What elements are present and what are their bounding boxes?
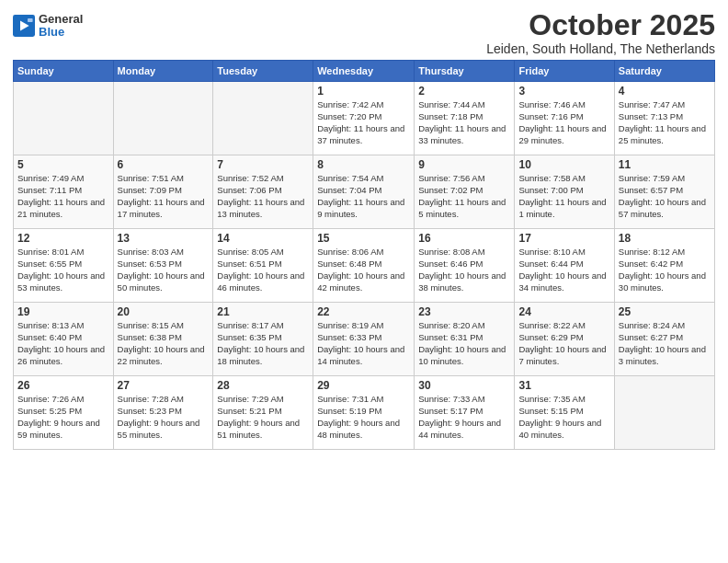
calendar-cell: 27Sunrise: 7:28 AM Sunset: 5:23 PM Dayli… xyxy=(113,376,213,450)
weekday-header-thursday: Thursday xyxy=(415,61,515,82)
calendar-cell: 7Sunrise: 7:52 AM Sunset: 7:06 PM Daylig… xyxy=(213,155,313,229)
day-number: 6 xyxy=(118,158,210,171)
day-info: Sunrise: 7:58 AM Sunset: 7:00 PM Dayligh… xyxy=(518,173,609,220)
calendar-cell: 23Sunrise: 8:20 AM Sunset: 6:31 PM Dayli… xyxy=(415,303,515,376)
calendar-cell xyxy=(614,376,714,450)
day-info: Sunrise: 8:12 AM Sunset: 6:42 PM Dayligh… xyxy=(619,247,711,293)
day-info: Sunrise: 8:10 AM Sunset: 6:44 PM Dayligh… xyxy=(518,247,609,293)
day-info: Sunrise: 8:05 AM Sunset: 6:51 PM Dayligh… xyxy=(217,247,309,293)
week-row-1: 1Sunrise: 7:42 AM Sunset: 7:20 PM Daylig… xyxy=(14,82,715,155)
day-number: 5 xyxy=(17,158,109,171)
weekday-header-sunday: Sunday xyxy=(14,61,114,82)
day-info: Sunrise: 7:42 AM Sunset: 7:20 PM Dayligh… xyxy=(317,99,410,146)
month-title: October 2025 xyxy=(486,9,715,41)
day-number: 18 xyxy=(619,232,711,245)
day-info: Sunrise: 7:31 AM Sunset: 5:19 PM Dayligh… xyxy=(317,394,410,441)
day-number: 7 xyxy=(217,158,309,171)
day-info: Sunrise: 8:17 AM Sunset: 6:35 PM Dayligh… xyxy=(217,320,309,367)
day-number: 20 xyxy=(118,305,210,318)
day-number: 2 xyxy=(418,85,510,98)
calendar-cell: 28Sunrise: 7:29 AM Sunset: 5:21 PM Dayli… xyxy=(213,376,313,450)
day-info: Sunrise: 8:08 AM Sunset: 6:46 PM Dayligh… xyxy=(418,247,510,293)
calendar-cell: 12Sunrise: 8:01 AM Sunset: 6:55 PM Dayli… xyxy=(14,229,114,303)
day-info: Sunrise: 7:56 AM Sunset: 7:02 PM Dayligh… xyxy=(418,173,510,220)
calendar-cell: 26Sunrise: 7:26 AM Sunset: 5:25 PM Dayli… xyxy=(14,376,114,450)
calendar-cell xyxy=(213,82,313,155)
day-number: 8 xyxy=(317,158,410,171)
header-row: General Blue October 2025 Leiden, South … xyxy=(13,9,715,56)
weekday-header-monday: Monday xyxy=(113,61,213,82)
day-number: 10 xyxy=(518,158,609,171)
calendar-cell: 5Sunrise: 7:49 AM Sunset: 7:11 PM Daylig… xyxy=(14,155,114,229)
day-info: Sunrise: 7:54 AM Sunset: 7:04 PM Dayligh… xyxy=(317,173,410,220)
day-info: Sunrise: 8:20 AM Sunset: 6:31 PM Dayligh… xyxy=(418,320,510,367)
day-info: Sunrise: 7:46 AM Sunset: 7:16 PM Dayligh… xyxy=(518,99,609,146)
logo-text: General Blue xyxy=(39,13,83,40)
logo-icon xyxy=(13,15,35,37)
calendar-cell: 6Sunrise: 7:51 AM Sunset: 7:09 PM Daylig… xyxy=(113,155,213,229)
calendar-cell: 20Sunrise: 8:15 AM Sunset: 6:38 PM Dayli… xyxy=(113,303,213,376)
day-info: Sunrise: 8:22 AM Sunset: 6:29 PM Dayligh… xyxy=(518,320,609,367)
calendar-cell: 24Sunrise: 8:22 AM Sunset: 6:29 PM Dayli… xyxy=(515,303,614,376)
logo-general: General xyxy=(39,13,83,26)
week-row-3: 12Sunrise: 8:01 AM Sunset: 6:55 PM Dayli… xyxy=(14,229,715,303)
day-number: 4 xyxy=(619,85,711,98)
day-number: 30 xyxy=(418,379,510,392)
calendar-cell: 19Sunrise: 8:13 AM Sunset: 6:40 PM Dayli… xyxy=(14,303,114,376)
calendar-table: SundayMondayTuesdayWednesdayThursdayFrid… xyxy=(13,60,715,450)
calendar-cell: 1Sunrise: 7:42 AM Sunset: 7:20 PM Daylig… xyxy=(313,82,415,155)
day-number: 19 xyxy=(17,305,109,318)
day-info: Sunrise: 8:15 AM Sunset: 6:38 PM Dayligh… xyxy=(118,320,210,367)
day-info: Sunrise: 7:35 AM Sunset: 5:15 PM Dayligh… xyxy=(518,394,609,441)
calendar-cell: 13Sunrise: 8:03 AM Sunset: 6:53 PM Dayli… xyxy=(113,229,213,303)
day-number: 31 xyxy=(518,379,609,392)
day-info: Sunrise: 8:13 AM Sunset: 6:40 PM Dayligh… xyxy=(17,320,109,367)
day-number: 12 xyxy=(17,232,109,245)
weekday-header-wednesday: Wednesday xyxy=(313,61,415,82)
day-info: Sunrise: 8:06 AM Sunset: 6:48 PM Dayligh… xyxy=(317,247,410,293)
week-row-5: 26Sunrise: 7:26 AM Sunset: 5:25 PM Dayli… xyxy=(14,376,715,450)
calendar-cell: 25Sunrise: 8:24 AM Sunset: 6:27 PM Dayli… xyxy=(614,303,714,376)
day-info: Sunrise: 7:33 AM Sunset: 5:17 PM Dayligh… xyxy=(418,394,510,441)
calendar-cell: 17Sunrise: 8:10 AM Sunset: 6:44 PM Dayli… xyxy=(515,229,614,303)
logo-blue: Blue xyxy=(39,26,83,39)
calendar-cell: 16Sunrise: 8:08 AM Sunset: 6:46 PM Dayli… xyxy=(415,229,515,303)
calendar-cell: 11Sunrise: 7:59 AM Sunset: 6:57 PM Dayli… xyxy=(614,155,714,229)
day-number: 29 xyxy=(317,379,410,392)
day-info: Sunrise: 7:47 AM Sunset: 7:13 PM Dayligh… xyxy=(619,99,711,146)
calendar-cell: 3Sunrise: 7:46 AM Sunset: 7:16 PM Daylig… xyxy=(515,82,614,155)
day-info: Sunrise: 7:52 AM Sunset: 7:06 PM Dayligh… xyxy=(217,173,309,220)
day-info: Sunrise: 7:44 AM Sunset: 7:18 PM Dayligh… xyxy=(418,99,510,146)
page-container: General Blue October 2025 Leiden, South … xyxy=(0,0,728,455)
day-number: 11 xyxy=(619,158,711,171)
week-row-4: 19Sunrise: 8:13 AM Sunset: 6:40 PM Dayli… xyxy=(14,303,715,376)
day-number: 1 xyxy=(317,85,410,98)
day-info: Sunrise: 8:01 AM Sunset: 6:55 PM Dayligh… xyxy=(17,247,109,293)
day-number: 24 xyxy=(518,305,609,318)
calendar-cell: 15Sunrise: 8:06 AM Sunset: 6:48 PM Dayli… xyxy=(313,229,415,303)
weekday-header-friday: Friday xyxy=(515,61,614,82)
day-info: Sunrise: 7:49 AM Sunset: 7:11 PM Dayligh… xyxy=(17,173,109,220)
day-info: Sunrise: 7:26 AM Sunset: 5:25 PM Dayligh… xyxy=(17,394,109,441)
calendar-cell: 9Sunrise: 7:56 AM Sunset: 7:02 PM Daylig… xyxy=(415,155,515,229)
location-subtitle: Leiden, South Holland, The Netherlands xyxy=(486,41,715,56)
calendar-cell xyxy=(14,82,114,155)
calendar-cell: 30Sunrise: 7:33 AM Sunset: 5:17 PM Dayli… xyxy=(415,376,515,450)
day-number: 9 xyxy=(418,158,510,171)
day-number: 16 xyxy=(418,232,510,245)
day-number: 25 xyxy=(619,305,711,318)
calendar-cell: 10Sunrise: 7:58 AM Sunset: 7:00 PM Dayli… xyxy=(515,155,614,229)
day-number: 3 xyxy=(518,85,609,98)
weekday-header-row: SundayMondayTuesdayWednesdayThursdayFrid… xyxy=(14,61,715,82)
calendar-cell: 8Sunrise: 7:54 AM Sunset: 7:04 PM Daylig… xyxy=(313,155,415,229)
title-block: October 2025 Leiden, South Holland, The … xyxy=(486,9,715,56)
day-info: Sunrise: 8:24 AM Sunset: 6:27 PM Dayligh… xyxy=(619,320,711,367)
day-number: 15 xyxy=(317,232,410,245)
day-info: Sunrise: 7:59 AM Sunset: 6:57 PM Dayligh… xyxy=(619,173,711,220)
day-number: 28 xyxy=(217,379,309,392)
calendar-cell: 21Sunrise: 8:17 AM Sunset: 6:35 PM Dayli… xyxy=(213,303,313,376)
calendar-cell: 31Sunrise: 7:35 AM Sunset: 5:15 PM Dayli… xyxy=(515,376,614,450)
calendar-cell: 29Sunrise: 7:31 AM Sunset: 5:19 PM Dayli… xyxy=(313,376,415,450)
calendar-cell: 4Sunrise: 7:47 AM Sunset: 7:13 PM Daylig… xyxy=(614,82,714,155)
day-info: Sunrise: 7:51 AM Sunset: 7:09 PM Dayligh… xyxy=(118,173,210,220)
